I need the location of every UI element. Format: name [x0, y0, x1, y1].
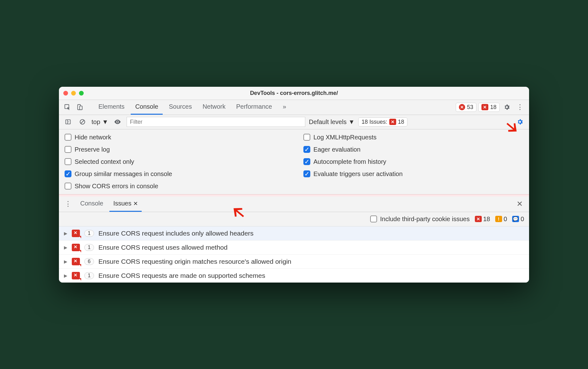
issue-text: Ensure CORS request uses allowed method	[98, 244, 228, 251]
include-third-party-toggle[interactable]: Include third-party cookie issues	[370, 216, 470, 223]
fullscreen-window-icon[interactable]	[79, 91, 84, 96]
main-tab-bar: Elements Console Sources Network Perform…	[59, 100, 529, 115]
tab-sources[interactable]: Sources	[165, 100, 196, 115]
checkbox-icon	[65, 134, 71, 141]
expand-icon: ▶	[64, 231, 67, 236]
drawer-tab-label: Issues	[113, 200, 131, 207]
checkbox-icon: ✓	[303, 158, 310, 165]
warning-severity-count: 0	[504, 216, 507, 223]
issue-count: 6	[84, 258, 94, 265]
setting-label: Group similar messages in console	[75, 170, 172, 178]
setting-label: Preserve log	[75, 146, 110, 153]
traffic-lights	[63, 91, 84, 96]
error-counter[interactable]: ✕ 53	[456, 103, 476, 112]
more-menu-icon[interactable]: ⋮	[514, 103, 526, 111]
live-expression-icon[interactable]	[112, 117, 123, 127]
severity-info[interactable]: 💬 0	[512, 216, 524, 223]
svg-rect-2	[80, 106, 82, 110]
levels-label: Default levels	[309, 118, 347, 126]
tab-network[interactable]: Network	[198, 100, 230, 115]
severity-warnings[interactable]: ! 0	[495, 216, 507, 223]
drawer-tab-bar: ⋮ Console Issues ✕ ✕	[59, 196, 529, 212]
log-levels-selector[interactable]: Default levels ▼	[309, 118, 355, 126]
issue-text: Ensure CORS request includes only allowe…	[98, 230, 254, 237]
issue-counter[interactable]: ✕ 18	[478, 103, 500, 112]
expand-icon: ▶	[64, 273, 67, 278]
error-icon: ✕	[389, 119, 396, 125]
settings-gear-icon[interactable]	[501, 102, 512, 112]
tab-performance[interactable]: Performance	[232, 100, 277, 115]
sidebar-toggle-icon[interactable]	[63, 117, 73, 127]
setting-log-xmlhttprequests[interactable]: Log XMLHttpRequests	[303, 134, 523, 141]
setting-selected-context-only[interactable]: Selected context only	[65, 158, 285, 165]
issue-row[interactable]: ▶✕1Ensure CORS requests are made on supp…	[59, 268, 529, 283]
close-window-icon[interactable]	[63, 91, 68, 96]
console-settings-gear-icon[interactable]	[515, 117, 525, 127]
setting-autocomplete-from-history[interactable]: ✓Autocomplete from history	[303, 158, 523, 165]
issues-label: 18 Issues:	[361, 119, 387, 125]
drawer-close-icon[interactable]: ✕	[513, 200, 526, 208]
checkbox-icon: ✓	[303, 146, 310, 153]
error-icon: ✕	[72, 272, 80, 279]
setting-label: Evaluate triggers user activation	[313, 170, 403, 178]
issue-count: 18	[490, 104, 496, 111]
tab-elements[interactable]: Elements	[94, 100, 129, 115]
drawer-tab-console[interactable]: Console	[76, 196, 107, 212]
setting-evaluate-triggers-user-activation[interactable]: ✓Evaluate triggers user activation	[303, 170, 523, 178]
checkbox-icon	[65, 146, 71, 153]
drawer-tab-issues[interactable]: Issues ✕	[109, 196, 142, 212]
dropdown-icon: ▼	[102, 118, 108, 126]
dropdown-icon: ▼	[349, 118, 355, 126]
issue-text: Ensure CORS requesting origin matches re…	[98, 258, 291, 265]
device-toolbar-icon[interactable]	[75, 102, 85, 112]
tabs-overflow[interactable]: »	[278, 100, 291, 115]
checkbox-icon	[65, 158, 71, 165]
context-label: top	[92, 118, 100, 126]
error-icon: ✕	[72, 244, 80, 251]
setting-label: Hide network	[75, 134, 111, 141]
issue-row[interactable]: ▶✕1Ensure CORS request includes only all…	[59, 226, 529, 240]
expand-icon: ▶	[64, 259, 67, 264]
clear-console-icon[interactable]	[77, 117, 88, 127]
setting-label: Eager evaluation	[313, 146, 360, 153]
checkbox-icon: ✓	[303, 170, 310, 177]
setting-show-cors-errors-in-console[interactable]: Show CORS errors in console	[65, 183, 285, 190]
setting-group-similar-messages-in-console[interactable]: ✓Group similar messages in console	[65, 170, 285, 178]
issue-count: 1	[84, 244, 94, 251]
checkbox-icon	[370, 216, 377, 222]
issues-list: ▶✕1Ensure CORS request includes only all…	[59, 226, 529, 283]
error-icon: ✕	[72, 258, 80, 265]
issue-row[interactable]: ▶✕1Ensure CORS request uses allowed meth…	[59, 240, 529, 254]
tab-console[interactable]: Console	[131, 100, 162, 115]
console-toolbar: top ▼ Default levels ▼ 18 Issues: ✕ 18	[59, 115, 529, 129]
console-settings-panel: Hide networkPreserve logSelected context…	[59, 129, 529, 195]
warning-icon: !	[495, 216, 502, 222]
info-icon: 💬	[512, 216, 519, 222]
minimize-window-icon[interactable]	[71, 91, 76, 96]
titlebar: DevTools - cors-errors.glitch.me/	[59, 87, 529, 100]
context-selector[interactable]: top ▼	[92, 118, 108, 126]
issues-summary-chip[interactable]: 18 Issues: ✕ 18	[358, 117, 407, 127]
svg-rect-3	[66, 120, 71, 124]
issue-count: 1	[84, 272, 94, 279]
expand-icon: ▶	[64, 245, 67, 250]
setting-preserve-log[interactable]: Preserve log	[65, 146, 285, 153]
setting-eager-evaluation[interactable]: ✓Eager evaluation	[303, 146, 523, 153]
severity-errors[interactable]: ✕ 18	[475, 216, 490, 223]
include-third-party-label: Include third-party cookie issues	[380, 216, 470, 223]
setting-hide-network[interactable]: Hide network	[65, 134, 285, 141]
issue-count: 1	[84, 230, 94, 237]
checkbox-icon	[65, 183, 71, 190]
error-icon: ✕	[72, 230, 80, 237]
window-title: DevTools - cors-errors.glitch.me/	[59, 90, 529, 96]
checkbox-icon	[303, 134, 310, 141]
close-tab-icon[interactable]: ✕	[133, 200, 138, 207]
issue-row[interactable]: ▶✕6Ensure CORS requesting origin matches…	[59, 254, 529, 268]
setting-label: Autocomplete from history	[313, 158, 386, 165]
drawer-menu-icon[interactable]: ⋮	[62, 200, 74, 208]
error-count: 53	[467, 104, 473, 111]
error-icon: ✕	[475, 216, 482, 222]
issue-icon: ✕	[481, 104, 488, 110]
inspect-element-icon[interactable]	[62, 102, 73, 112]
filter-input[interactable]	[127, 117, 305, 127]
